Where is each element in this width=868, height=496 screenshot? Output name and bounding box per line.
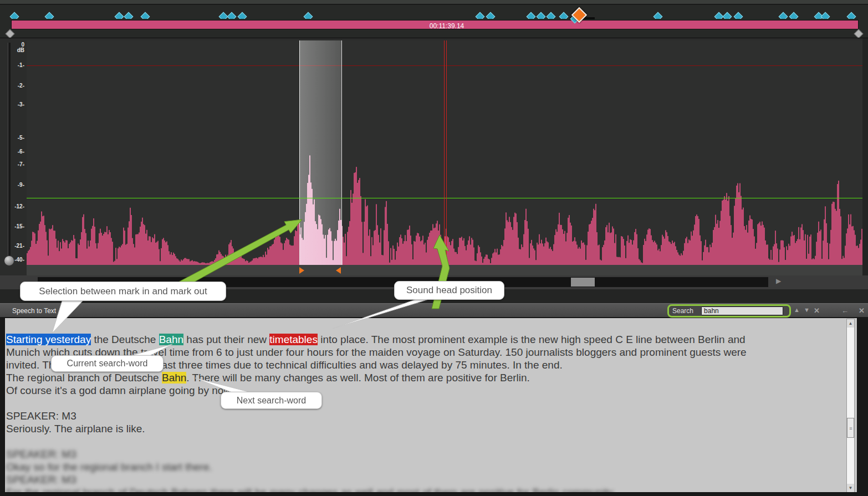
transcript-line[interactable]: The regional branch of Deutsche Bahn. Th… (6, 371, 849, 384)
transcript-text: The regional branch of Deutsche (6, 372, 162, 383)
transcript-area[interactable]: Starting yesterday the Deutsche Bahn has… (4, 318, 857, 493)
db-label: -9- (18, 182, 24, 188)
db-label: -3- (18, 101, 24, 108)
transcript-line[interactable] (6, 435, 849, 448)
panel-back-button[interactable]: ← (841, 306, 849, 315)
db-label: -7- (18, 161, 24, 167)
selection-highlight[interactable]: Starting yesterday (6, 334, 91, 345)
callout-selection: Selection between mark in and mark out (20, 282, 226, 301)
transcript-text: Okay so for the regional branch I start … (6, 461, 212, 473)
transcript-text: SPEAKER: M3 (6, 410, 76, 422)
transcript-text: into place. The most prominent example i… (318, 334, 746, 345)
transcript-line[interactable]: Okay so for the regional branch I start … (6, 461, 849, 473)
window-top-strip (0, 0, 868, 4)
mark-in-icon[interactable] (299, 267, 304, 274)
next-search-hit[interactable]: Bahn (162, 372, 186, 383)
v-scrollbar-thumb[interactable]: ≡ (847, 418, 854, 438)
panel-right-edge (862, 38, 868, 276)
in-out-marker-strip[interactable] (27, 265, 862, 276)
transcript-line[interactable] (6, 397, 849, 410)
transcript-text: For the regional branch of Deutsch Bahne… (6, 487, 615, 493)
playhead-line[interactable] (446, 40, 447, 276)
waveform-panel: 0dB-1--2--3--5--6--7--9--12--15--21--40- (0, 38, 868, 275)
waveform-plot[interactable] (27, 40, 862, 265)
transcript-text: has put their new (183, 334, 269, 345)
h-scrollbar-thumb[interactable] (571, 278, 595, 287)
search-label: Search (672, 307, 693, 315)
transcript-line[interactable]: For the regional branch of Deutsch Bahne… (6, 486, 849, 493)
playhead-line[interactable] (444, 40, 445, 276)
transcript-text: Seriously. The airplane is like. (6, 423, 145, 434)
callout-soundhead: Sound head position (394, 281, 504, 300)
db-label: dB (17, 47, 24, 53)
transcript-scrollbar[interactable]: ▲ ≡ ▼ (846, 319, 855, 493)
current-search-hit[interactable]: Bahn (159, 334, 183, 345)
transcript-line[interactable]: SPEAKER: M3 (6, 473, 849, 486)
db-label: -6- (18, 149, 24, 155)
search-hit[interactable]: timetables (269, 334, 318, 345)
db-label: -12- (14, 203, 24, 209)
search-group: Search (667, 304, 791, 318)
search-close-button[interactable]: ✕ (814, 306, 820, 315)
time-position-label: 00:11:39.14 (394, 22, 499, 30)
callout-next-search: Next search-word (221, 392, 322, 409)
h-scroll-right-icon[interactable]: ▶ (776, 277, 781, 285)
transcript-line[interactable]: Of course it's a god damn airplane going… (6, 384, 849, 397)
transcript-line[interactable]: Seriously. The airplane is like. (6, 422, 849, 435)
panel-title: Speech to Text (12, 307, 56, 315)
search-prev-button[interactable]: ▲ (794, 306, 800, 313)
db-label: -21- (14, 243, 24, 249)
range-end-handle[interactable] (854, 29, 864, 39)
range-start-handle[interactable] (6, 29, 15, 39)
clip-level-line (27, 65, 862, 66)
threshold-level-line (27, 198, 862, 198)
scroll-down-icon[interactable]: ▼ (847, 484, 854, 492)
transcript-text: . There will be many changes as well. Mo… (186, 372, 530, 383)
transcript-text: Of course it's a god damn airplane going… (6, 385, 233, 396)
speech-to-text-header: Speech to Text Search ▲ ▼ ✕ ← ✕ (0, 303, 868, 318)
selection-region[interactable] (299, 40, 342, 265)
search-next-button[interactable]: ▼ (804, 306, 810, 313)
speech-to-text-body: Starting yesterday the Deutsche Bahn has… (0, 318, 868, 496)
scroll-up-icon[interactable]: ▲ (847, 319, 854, 328)
callout-current-search: Current search-word (51, 355, 164, 372)
db-label: -1- (18, 62, 24, 68)
transcript-text: SPEAKER: M3 (6, 474, 76, 485)
db-label: -2- (18, 83, 24, 89)
search-input[interactable] (701, 306, 783, 315)
overview-range-bar[interactable]: 00:11:39.14 (11, 20, 859, 29)
transcript-line[interactable]: SPEAKER: M3 (6, 448, 849, 461)
transcript-text: the Deutsche (91, 334, 159, 345)
transcript-line[interactable]: Starting yesterday the Deutsche Bahn has… (6, 333, 849, 346)
mark-out-icon[interactable] (336, 267, 341, 274)
marker-row[interactable] (0, 5, 868, 19)
transcript-line[interactable]: SPEAKER: M3 (6, 410, 849, 422)
overview-range-row: 00:11:39.14 (0, 19, 868, 38)
db-scale: 0dB-1--2--3--5--6--7--9--12--15--21--40- (0, 38, 25, 276)
db-label: -15- (14, 223, 24, 229)
waveform-canvas[interactable] (27, 40, 862, 265)
panel-close-button[interactable]: ✕ (859, 306, 865, 315)
db-label: -40- (14, 257, 24, 263)
audio-editor-window: 00:11:39.14 0dB-1--2--3--5--6--7--9--12-… (0, 0, 868, 496)
transcript-text: SPEAKER: M3 (6, 448, 76, 460)
db-label: -5- (18, 135, 24, 141)
